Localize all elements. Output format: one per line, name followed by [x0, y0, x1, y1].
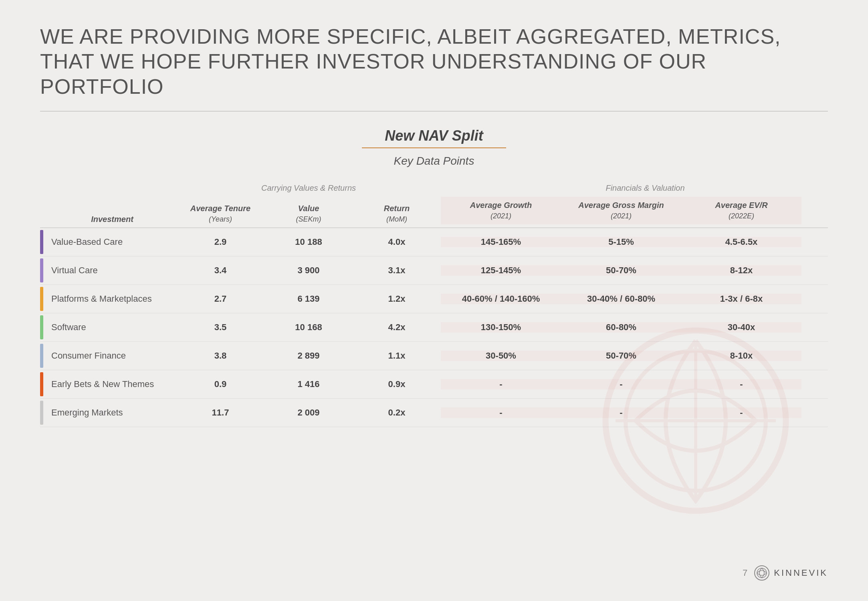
watermark: [595, 321, 796, 521]
row-name: Early Bets & New Themes: [40, 379, 176, 389]
col-header-investment: Investment: [40, 214, 176, 224]
cell-growth: 40-60% / 140-160%: [441, 294, 561, 304]
cell-value: 3 900: [264, 265, 353, 276]
cell-value: 2 899: [264, 351, 353, 361]
cell-value: 6 139: [264, 294, 353, 304]
nav-split-title: New NAV Split: [40, 127, 828, 144]
row-name: Platforms & Marketplaces: [40, 294, 176, 304]
cell-return: 1.2x: [353, 294, 441, 304]
cell-tenure: 11.7: [176, 407, 264, 418]
cell-margin: 5-15%: [561, 237, 681, 247]
page-number: 7: [743, 568, 747, 578]
title-divider: [40, 111, 828, 111]
row-indicator: [40, 344, 43, 368]
row-name: Consumer Finance: [40, 351, 176, 361]
col-headers: Investment Average Tenure (Years) Value …: [40, 197, 828, 228]
section-headers: Carrying Values & Returns Financials & V…: [176, 184, 828, 193]
cell-tenure: 2.7: [176, 294, 264, 304]
cell-evr: 8-12x: [681, 265, 801, 276]
brand-logo: KINNEVIK: [754, 565, 828, 581]
cell-value: 10 168: [264, 322, 353, 333]
table-row: Virtual Care 3.4 3 900 3.1x 125-145% 50-…: [40, 256, 828, 285]
page: WE ARE PROVIDING MORE SPECIFIC, ALBEIT A…: [0, 0, 868, 601]
col-header-value: Value (SEKm): [264, 203, 353, 224]
carrying-section-header: Carrying Values & Returns: [176, 184, 441, 193]
subtitle-section: New NAV Split Key Data Points: [40, 127, 828, 167]
footer: 7 KINNEVIK: [743, 565, 828, 581]
cell-tenure: 3.8: [176, 351, 264, 361]
cell-growth: 125-145%: [441, 265, 561, 276]
brand-name: KINNEVIK: [774, 568, 828, 578]
cell-return: 0.2x: [353, 407, 441, 418]
row-indicator: [40, 315, 43, 339]
cell-evr: 1-3x / 6-8x: [681, 294, 801, 304]
cell-value: 10 188: [264, 237, 353, 247]
cell-margin: 30-40% / 60-80%: [561, 294, 681, 304]
row-indicator: [40, 230, 43, 254]
cell-growth: 130-150%: [441, 322, 561, 333]
cell-return: 3.1x: [353, 265, 441, 276]
cell-tenure: 3.5: [176, 322, 264, 333]
cell-value: 2 009: [264, 407, 353, 418]
financials-section-header: Financials & Valuation: [465, 184, 826, 193]
key-data-title: Key Data Points: [40, 155, 828, 167]
row-name: Virtual Care: [40, 265, 176, 276]
cell-growth: -: [441, 379, 561, 389]
col-header-tenure: Average Tenure (Years): [176, 203, 264, 224]
svg-point-5: [757, 568, 767, 578]
cell-growth: 30-50%: [441, 351, 561, 361]
cell-evr: 4.5-6.5x: [681, 237, 801, 247]
cell-return: 4.2x: [353, 322, 441, 333]
col-header-margin: Average Gross Margin (2021): [561, 197, 681, 224]
cell-return: 0.9x: [353, 379, 441, 389]
row-indicator: [40, 372, 43, 396]
cell-tenure: 0.9: [176, 379, 264, 389]
col-header-return: Return (MoM): [353, 203, 441, 224]
row-name: Value-Based Care: [40, 237, 176, 247]
row-indicator: [40, 258, 43, 282]
cell-tenure: 2.9: [176, 237, 264, 247]
cell-return: 1.1x: [353, 351, 441, 361]
col-header-evr: Average EV/R (2022E): [681, 197, 801, 224]
cell-growth: -: [441, 407, 561, 418]
kinnevik-icon: [754, 565, 770, 581]
cell-value: 1 416: [264, 379, 353, 389]
col-header-growth: Average Growth (2021): [441, 197, 561, 224]
row-name: Software: [40, 322, 176, 333]
cell-growth: 145-165%: [441, 237, 561, 247]
row-indicator: [40, 401, 43, 425]
nav-split-underline: [362, 147, 506, 148]
row-name: Emerging Markets: [40, 407, 176, 418]
cell-return: 4.0x: [353, 237, 441, 247]
table-row: Value-Based Care 2.9 10 188 4.0x 145-165…: [40, 228, 828, 256]
cell-tenure: 3.4: [176, 265, 264, 276]
main-title: WE ARE PROVIDING MORE SPECIFIC, ALBEIT A…: [40, 24, 828, 99]
table-row: Platforms & Marketplaces 2.7 6 139 1.2x …: [40, 285, 828, 313]
cell-margin: 50-70%: [561, 265, 681, 276]
row-indicator: [40, 287, 43, 311]
title-section: WE ARE PROVIDING MORE SPECIFIC, ALBEIT A…: [40, 24, 828, 111]
